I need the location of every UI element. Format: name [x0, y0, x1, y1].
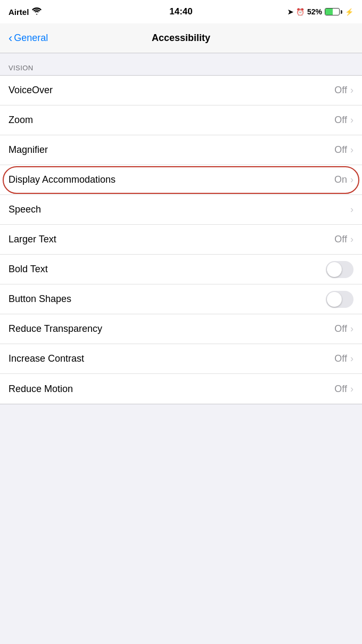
- larger-text-label: Larger Text: [9, 234, 56, 245]
- display-accommodations-row[interactable]: Display Accommodations On ›: [0, 165, 362, 195]
- reduce-transparency-row[interactable]: Reduce Transparency Off ›: [0, 314, 362, 344]
- zoom-chevron-icon: ›: [350, 115, 353, 126]
- nav-bar: ‹ General Accessibility: [0, 23, 362, 53]
- speech-chevron-icon: ›: [350, 204, 353, 215]
- wifi-icon: [32, 7, 42, 17]
- bold-text-toggle-knob: [327, 262, 342, 277]
- increase-contrast-label: Increase Contrast: [9, 353, 84, 364]
- reduce-transparency-chevron-icon: ›: [350, 323, 353, 335]
- settings-list: VoiceOver Off › Zoom Off › Magnifier Off…: [0, 75, 362, 404]
- voiceover-right: Off ›: [334, 85, 353, 96]
- magnifier-chevron-icon: ›: [350, 144, 353, 156]
- button-shapes-toggle[interactable]: [326, 291, 353, 308]
- display-accommodations-label: Display Accommodations: [9, 174, 116, 185]
- larger-text-right: Off ›: [334, 234, 353, 245]
- status-bar: Airtel 14:40 ➤ ⏰ 52% ⚡: [0, 0, 362, 23]
- increase-contrast-row[interactable]: Increase Contrast Off ›: [0, 344, 362, 374]
- voiceover-value: Off: [334, 85, 347, 96]
- increase-contrast-value: Off: [334, 353, 347, 364]
- back-chevron-icon: ‹: [9, 32, 12, 44]
- reduce-transparency-right: Off ›: [334, 323, 353, 335]
- speech-row[interactable]: Speech ›: [0, 195, 362, 225]
- reduce-transparency-label: Reduce Transparency: [9, 323, 102, 335]
- reduce-motion-label: Reduce Motion: [9, 384, 73, 395]
- reduce-motion-row[interactable]: Reduce Motion Off ›: [0, 374, 362, 404]
- increase-contrast-right: Off ›: [334, 353, 353, 364]
- increase-contrast-chevron-icon: ›: [350, 353, 353, 364]
- alarm-icon: ⏰: [296, 8, 305, 16]
- zoom-value: Off: [334, 115, 347, 126]
- reduce-motion-right: Off ›: [334, 384, 353, 395]
- display-accommodations-chevron-icon: ›: [350, 174, 353, 185]
- reduce-motion-chevron-icon: ›: [350, 384, 353, 395]
- status-left: Airtel: [9, 7, 42, 17]
- zoom-label: Zoom: [9, 115, 33, 126]
- battery-percent: 52%: [307, 7, 322, 16]
- zoom-right: Off ›: [334, 115, 353, 126]
- settings-content: VISION VoiceOver Off › Zoom Off › Magnif…: [0, 53, 362, 404]
- vision-section-header: VISION: [0, 53, 362, 75]
- magnifier-value: Off: [334, 144, 347, 156]
- magnifier-row[interactable]: Magnifier Off ›: [0, 135, 362, 165]
- button-shapes-label: Button Shapes: [9, 294, 71, 305]
- display-accommodations-right: On ›: [334, 174, 353, 185]
- voiceover-label: VoiceOver: [9, 85, 53, 96]
- bold-text-row[interactable]: Bold Text: [0, 255, 362, 284]
- back-button[interactable]: ‹ General: [9, 32, 48, 44]
- display-accommodations-value: On: [334, 174, 347, 185]
- bold-text-toggle[interactable]: [326, 261, 353, 278]
- zoom-row[interactable]: Zoom Off ›: [0, 105, 362, 135]
- status-time: 14:40: [169, 6, 192, 17]
- voiceover-chevron-icon: ›: [350, 85, 353, 96]
- carrier-label: Airtel: [9, 7, 29, 17]
- larger-text-value: Off: [334, 234, 347, 245]
- charging-icon: ⚡: [345, 8, 353, 16]
- speech-label: Speech: [9, 204, 41, 215]
- page-title: Accessibility: [152, 32, 210, 44]
- larger-text-row[interactable]: Larger Text Off ›: [0, 225, 362, 255]
- battery-indicator: [325, 8, 342, 15]
- voiceover-row[interactable]: VoiceOver Off ›: [0, 76, 362, 105]
- reduce-motion-value: Off: [334, 384, 347, 395]
- back-label[interactable]: General: [14, 32, 48, 44]
- magnifier-label: Magnifier: [9, 144, 48, 156]
- bold-text-label: Bold Text: [9, 264, 48, 275]
- button-shapes-toggle-knob: [327, 292, 342, 307]
- reduce-transparency-value: Off: [334, 323, 347, 335]
- magnifier-right: Off ›: [334, 144, 353, 156]
- status-right: ➤ ⏰ 52% ⚡: [287, 7, 353, 16]
- speech-right: ›: [350, 204, 353, 215]
- button-shapes-row[interactable]: Button Shapes: [0, 284, 362, 314]
- location-icon: ➤: [287, 8, 293, 16]
- larger-text-chevron-icon: ›: [350, 234, 353, 245]
